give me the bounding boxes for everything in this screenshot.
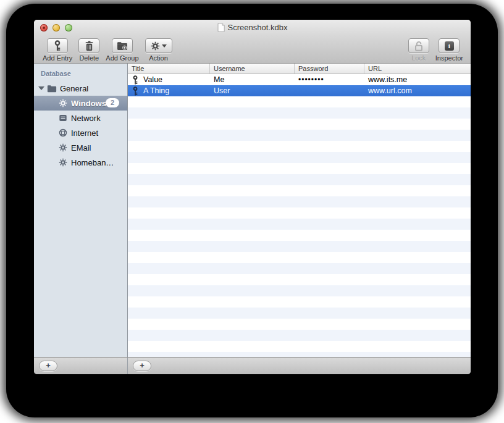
cell-username: User [210,85,295,96]
cell-title: Value [143,75,162,84]
action-label: Action [149,54,168,62]
table-row-selected[interactable]: A Thing User www.url.com [128,85,471,96]
sidebar-item-label: EMail [71,143,91,153]
sidebar-item-email[interactable]: EMail [34,140,127,155]
add-entry-plus-button[interactable]: + [133,361,151,371]
sidebar-item-network[interactable]: Network [34,111,127,125]
table-row[interactable]: Value Me •••••••• www.its.me [128,74,471,85]
delete-label: Delete [79,54,99,62]
sidebar-item-label: Network [71,114,101,123]
column-header-username[interactable]: Username [210,64,295,73]
unlock-icon [414,41,424,51]
sidebar-item-label: Internet [71,128,98,138]
chevron-down-icon [162,44,167,48]
group-sidebar: Database General Windows 2 [34,64,128,357]
screenshot-canvas: Screenshot.kdbx Add Entry Delete [0,0,504,423]
add-group-plus-button[interactable]: + [39,361,57,371]
zoom-button[interactable] [65,24,72,31]
gear-icon [151,41,160,51]
key-icon [132,75,139,85]
disclosure-triangle-icon[interactable] [38,86,44,90]
cell-url: www.url.com [364,85,471,96]
key-icon [132,86,139,96]
gear-icon [58,98,68,108]
add-entry-label: Add Entry [43,54,72,62]
sidebar-item-homebanking[interactable]: Homeban… [34,155,127,170]
gear-icon [58,157,68,167]
bottom-bar-main-section: + [128,358,471,374]
trash-icon [85,41,94,51]
sidebar-item-windows[interactable]: Windows 2 [34,96,127,111]
column-header-title[interactable]: Title [128,64,210,73]
delete-button[interactable]: Delete [78,38,99,62]
window-title: Screenshot.kdbx [228,23,288,32]
content-area: Database General Windows 2 [34,64,471,357]
inspector-label: Inspector [435,54,463,62]
entry-count-badge: 2 [106,98,119,107]
server-icon [58,113,68,123]
cell-url: www.its.me [364,74,471,85]
title-bar[interactable]: Screenshot.kdbx [34,20,471,35]
info-icon: i [445,41,454,51]
minimize-button[interactable] [52,24,60,31]
lock-label: Lock [411,54,426,62]
bottom-bar: + + [34,357,471,374]
table-header: Title Username Password URL [128,64,471,74]
globe-icon [58,128,68,138]
folder-plus-icon [117,41,128,51]
add-group-label: Add Group [106,54,138,62]
close-button[interactable] [40,24,48,31]
add-group-button[interactable]: Add Group [106,38,138,62]
action-button[interactable]: Action [145,38,172,62]
sidebar-section-database: Database [34,66,127,81]
column-header-url[interactable]: URL [364,64,471,73]
cell-password [295,85,364,96]
sidebar-item-general[interactable]: General [34,81,127,96]
sidebar-item-label: Homeban… [71,158,114,167]
cell-title: A Thing [143,86,169,95]
sidebar-item-label: Windows [71,99,106,108]
toolbar: Add Entry Delete Add Group [34,35,471,64]
folder-icon [47,83,57,93]
lock-button[interactable]: Lock [408,38,429,62]
inspector-button[interactable]: i Inspector [435,38,463,62]
add-entry-button[interactable]: Add Entry [43,38,72,62]
traffic-lights [40,24,72,31]
cell-username: Me [210,74,295,85]
cell-password: •••••••• [295,74,364,85]
sidebar-item-label: General [60,84,88,93]
gear-icon [58,143,68,153]
column-header-password[interactable]: Password [295,64,364,73]
entry-table: Title Username Password URL Value Me [128,64,471,357]
bottom-bar-sidebar-section: + [34,358,128,374]
document-icon [217,23,225,32]
sidebar-item-internet[interactable]: Internet [34,125,127,140]
key-icon [54,40,61,51]
app-window: Screenshot.kdbx Add Entry Delete [34,20,471,374]
table-body[interactable]: Value Me •••••••• www.its.me A Thing [128,74,471,357]
